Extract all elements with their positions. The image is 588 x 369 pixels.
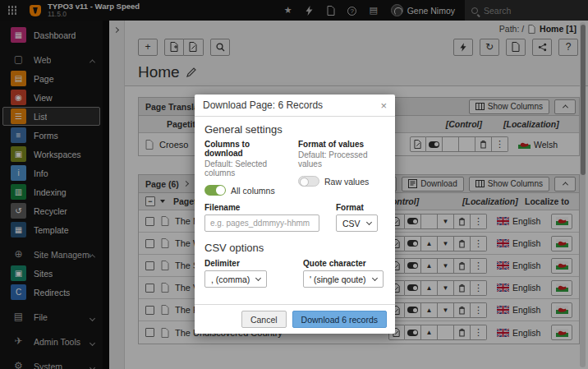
chevron-down-icon xyxy=(255,275,261,281)
quote-character-label: Quote character xyxy=(303,259,385,268)
download-modal: Download Page: 6 Records × General setti… xyxy=(195,95,395,334)
modal-header: Download Page: 6 Records × xyxy=(195,95,395,117)
filename-label: Filename xyxy=(204,203,328,212)
format-default-text: Default: Processed values xyxy=(298,150,385,168)
modal-body: General settings Columns to download Def… xyxy=(195,117,395,294)
format-label: Format xyxy=(336,203,385,212)
delimiter-label: Delimiter xyxy=(204,259,303,268)
download-records-button[interactable]: Download 6 records xyxy=(292,311,387,328)
quote-character-select[interactable]: ' (single qoute) xyxy=(303,270,384,288)
chevron-down-icon xyxy=(366,219,372,225)
modal-title: Download Page: 6 Records xyxy=(203,99,323,111)
cancel-button[interactable]: Cancel xyxy=(241,311,287,328)
raw-values-label: Raw values xyxy=(324,177,369,187)
modal-footer: Cancel Download 6 records xyxy=(195,304,395,334)
close-icon[interactable]: × xyxy=(380,100,387,111)
columns-to-download-label: Columns to download xyxy=(204,140,290,158)
general-settings-heading: General settings xyxy=(204,123,385,136)
csv-options-heading: CSV options xyxy=(204,242,385,254)
delimiter-select[interactable]: , (comma) xyxy=(204,270,267,288)
chevron-down-icon xyxy=(372,275,378,281)
all-columns-label: All columns xyxy=(231,186,275,196)
all-columns-toggle[interactable] xyxy=(204,185,226,196)
format-of-values-label: Format of values xyxy=(298,140,385,149)
filename-input[interactable] xyxy=(204,214,319,232)
format-select[interactable]: CSV xyxy=(336,214,378,232)
columns-default-text: Default: Selected columns xyxy=(204,159,290,178)
raw-values-toggle[interactable] xyxy=(298,176,319,187)
